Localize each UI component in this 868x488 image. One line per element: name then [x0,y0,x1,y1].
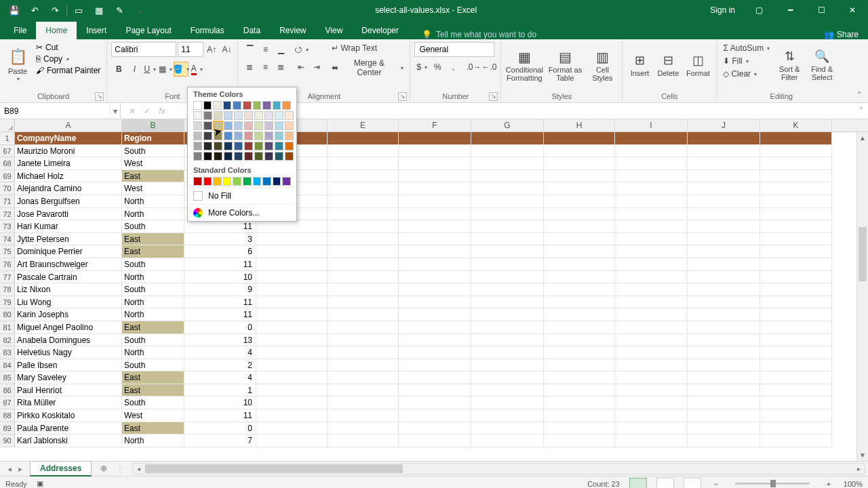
cell[interactable] [544,371,615,384]
cell[interactable] [615,409,688,422]
clear-button[interactable]: ◇Clear▾ [721,68,772,80]
cell[interactable] [328,208,399,221]
cell[interactable] [256,384,328,397]
column-header-K[interactable]: K [760,119,832,131]
cell[interactable] [399,296,471,309]
cell[interactable] [328,182,399,195]
maximize-icon[interactable]: ☐ [806,0,837,20]
color-swatch[interactable] [193,142,202,150]
cell[interactable]: 10 [184,271,256,284]
cell[interactable] [544,396,615,409]
cell[interactable]: 13 [184,334,256,347]
normal-view-icon[interactable] [629,478,647,489]
cell[interactable] [615,308,688,321]
cell[interactable] [399,258,471,271]
cell[interactable] [615,220,688,233]
cell[interactable] [328,346,399,359]
cell[interactable]: 11 [184,409,256,422]
cell-styles-button[interactable]: ▥Cell Styles [587,42,618,89]
cell[interactable] [399,396,471,409]
cell[interactable] [688,208,760,221]
column-header-E[interactable]: E [328,119,399,131]
cell[interactable] [399,208,471,221]
cell[interactable] [328,396,399,409]
color-swatch[interactable] [262,177,271,186]
cell[interactable]: North [122,271,184,284]
cell[interactable] [615,321,688,334]
cell[interactable] [688,271,760,284]
tab-data[interactable]: Data [234,22,270,39]
color-swatch[interactable] [285,152,294,161]
cell[interactable] [544,208,615,221]
insert-cells-button[interactable]: ⊞Insert [627,42,652,89]
color-swatch[interactable] [285,131,294,140]
cell[interactable] [760,384,832,397]
row-header[interactable]: 68 [0,157,15,170]
cell[interactable] [399,182,471,195]
color-swatch[interactable] [275,142,283,150]
paste-button[interactable]: 📋 Paste ▾ [4,42,31,89]
cell[interactable] [615,384,688,397]
cell[interactable]: Jonas Bergulfsen [15,195,122,208]
cell[interactable]: South [122,396,184,409]
cell[interactable] [760,132,832,145]
cell[interactable]: 0 [184,321,256,334]
color-swatch[interactable] [203,101,212,110]
color-swatch[interactable] [223,177,232,186]
cell[interactable] [471,422,544,435]
cell[interactable]: South [122,220,184,233]
cell[interactable] [328,308,399,321]
cell[interactable] [471,283,544,296]
cell[interactable]: 1 [184,384,256,397]
row-header[interactable]: 73 [0,220,15,233]
cell[interactable] [615,170,688,183]
color-swatch[interactable] [264,142,273,150]
color-swatch[interactable] [254,142,263,150]
cell[interactable] [544,220,615,233]
cell[interactable] [688,321,760,334]
align-middle-icon[interactable]: ≡ [258,42,273,57]
row-header[interactable]: 88 [0,409,15,422]
cell[interactable] [760,170,832,183]
cell[interactable] [328,434,399,447]
eraser-icon[interactable]: ✎ [109,0,130,20]
cell[interactable] [760,157,832,170]
scroll-thumb[interactable] [859,227,867,281]
format-painter-button[interactable]: 🖌Format Painter [34,65,102,76]
cell[interactable] [544,422,615,435]
cell[interactable]: Palle Ibsen [15,359,122,372]
sheet-nav-next-icon[interactable]: ▸ [15,464,26,474]
alignment-launcher-icon[interactable]: ↘ [398,92,407,101]
cell[interactable] [256,258,328,271]
italic-button[interactable]: I [127,62,142,77]
cell[interactable]: Helvetius Nagy [15,346,122,359]
row-header[interactable]: 87 [0,396,15,409]
minimize-icon[interactable]: ━ [774,0,806,20]
color-swatch[interactable] [203,142,212,150]
qa-button-icon[interactable]: ▦ [89,0,109,20]
cell[interactable] [399,321,471,334]
scroll-up-icon[interactable]: ▲ [857,132,868,144]
row-header[interactable]: 76 [0,258,15,271]
cell[interactable] [256,283,328,296]
cell[interactable] [615,195,688,208]
collapse-ribbon-icon[interactable]: ˄ [853,89,865,101]
cell[interactable]: West [122,182,184,195]
zoom-out-icon[interactable]: − [711,480,722,488]
cell[interactable] [688,170,760,183]
cell[interactable] [544,321,615,334]
cell[interactable]: 11 [184,258,256,271]
clipboard-launcher-icon[interactable]: ↘ [95,92,104,101]
cell[interactable] [760,233,832,246]
increase-decimal-icon[interactable]: .0→ [466,60,481,75]
color-swatch[interactable] [273,101,281,110]
cell[interactable]: East [122,170,184,183]
no-fill-option[interactable]: No Fill [188,187,296,204]
row-header[interactable]: 67 [0,145,15,158]
align-bottom-icon[interactable]: ▁ [273,42,288,57]
cell[interactable] [760,271,832,284]
cell[interactable] [688,422,760,435]
cell[interactable]: Alejandra Camino [15,182,122,195]
cell[interactable] [328,157,399,170]
cell[interactable] [615,434,688,447]
